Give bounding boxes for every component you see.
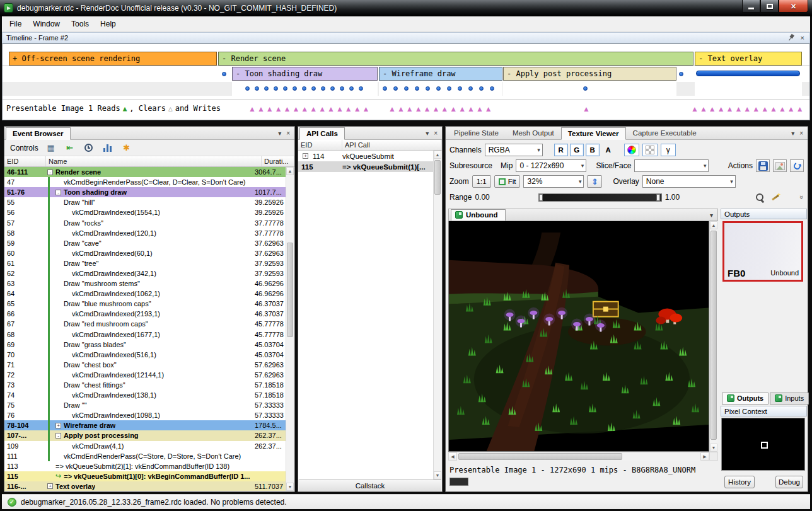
event-row-113[interactable]: 113=> vkQueueSubmit(2)[1]: vkEndCommandB… xyxy=(4,461,286,471)
event-row-63[interactable]: 63Draw "mushroom stems"46.96296 xyxy=(4,278,286,289)
tab-mesh-output[interactable]: Mesh Output xyxy=(506,127,561,139)
event-row-71[interactable]: 71Draw "chest box"57.62963 xyxy=(4,360,286,370)
fit-button[interactable]: Fit xyxy=(494,175,521,188)
minimize-button[interactable] xyxy=(742,0,760,13)
tree-expander-icon[interactable]: + xyxy=(303,153,308,159)
debug-button[interactable]: Debug xyxy=(775,476,803,488)
maximize-button[interactable] xyxy=(760,0,779,13)
tab-inputs[interactable]: Inputs xyxy=(770,393,809,405)
event-row-46-111[interactable]: 46-111-Render scene3064.7... xyxy=(4,167,286,177)
timeline-marker-wireframe[interactable]: - Wireframe draw xyxy=(379,67,502,81)
event-row-60[interactable]: 60vkCmdDrawIndexed(60,1)37.62963 xyxy=(4,248,286,258)
texture-hscrollbar[interactable]: ◀ ▶ xyxy=(448,452,709,461)
jump-to-eid-icon[interactable]: ⇤ xyxy=(64,142,76,154)
event-row-107-...[interactable]: 107-...-Apply post processing262.37... xyxy=(4,430,286,440)
scroll-left-icon[interactable]: ◀ xyxy=(448,452,457,461)
event-row-64[interactable]: 64vkCmdDrawIndexed(1062,1)46.96296 xyxy=(4,289,286,299)
timeline-close-icon[interactable]: × xyxy=(801,34,804,42)
tab-outputs[interactable]: Outputs xyxy=(722,393,768,405)
slice-face-combo[interactable]: ▾ xyxy=(634,159,709,172)
event-row-55[interactable]: 55Draw "hill"39.25926 xyxy=(4,197,286,207)
range-slider[interactable] xyxy=(538,193,662,202)
event-row-61[interactable]: 61Draw "tree"37.92593 xyxy=(4,258,286,268)
event-row-69[interactable]: 69Draw "grass blades"45.03704 xyxy=(4,340,286,350)
scroll-thumb[interactable] xyxy=(458,453,622,460)
event-row-65[interactable]: 65Draw "blue mushroom caps"46.37037 xyxy=(4,299,286,309)
channel-b-button[interactable]: B xyxy=(586,144,600,156)
scroll-thumb[interactable] xyxy=(710,231,717,440)
event-row-74[interactable]: 74vkCmdDrawIndexed(138,1)57.18518 xyxy=(4,390,286,400)
capture-durations-icon[interactable] xyxy=(83,142,95,154)
event-row-59[interactable]: 59Draw "cave"37.62963 xyxy=(4,238,286,248)
panel-close-icon[interactable]: × xyxy=(799,130,803,137)
tree-expander-icon[interactable]: - xyxy=(55,433,61,439)
zoom-combo[interactable]: 32%▾ xyxy=(523,175,584,188)
timeline-marker-text-overlay[interactable]: - Text overlay xyxy=(695,52,802,66)
menu-window[interactable]: Window xyxy=(27,16,66,32)
range-black-handle[interactable] xyxy=(539,194,543,201)
event-row-78-104[interactable]: 78-104+Wireframe draw1784.5... xyxy=(4,420,286,430)
event-row-75[interactable]: 75Draw ""57.33333 xyxy=(4,400,286,410)
tab-event-browser[interactable]: Event Browser xyxy=(6,127,71,140)
event-row-115[interactable]: 115↪=> vkQueueSubmit(1)[0]: vkBeginComma… xyxy=(4,471,286,481)
event-row-70[interactable]: 70vkCmdDrawIndexed(516,1)45.03704 xyxy=(4,350,286,360)
scroll-thumb[interactable] xyxy=(434,160,441,195)
channel-a-button[interactable]: A xyxy=(601,144,615,156)
history-button[interactable]: History xyxy=(724,476,755,488)
texture-vscrollbar[interactable]: ▲ ▼ xyxy=(709,221,717,452)
tab-capture-executable[interactable]: Capture Executable xyxy=(626,127,704,139)
scroll-down-icon[interactable]: ▼ xyxy=(434,471,441,479)
tab-texture-viewer[interactable]: Texture Viewer xyxy=(561,127,626,140)
scroll-down-icon[interactable]: ▼ xyxy=(710,444,717,452)
event-row-56[interactable]: 56vkCmdDrawIndexed(1554,1)39.25926 xyxy=(4,207,286,217)
overlay-combo[interactable]: None▾ xyxy=(642,175,736,188)
panel-menu-icon[interactable]: ▾ xyxy=(426,130,429,137)
event-row-109[interactable]: 109vkCmdDraw(4,1)262.37... xyxy=(4,441,286,451)
panel-menu-icon[interactable]: ▾ xyxy=(278,130,281,137)
event-row-51-76[interactable]: 51-76-Toon shading draw1017.7... xyxy=(4,187,286,197)
zoom-1to1-button[interactable]: 1:1 xyxy=(472,175,491,188)
tree-expander-icon[interactable]: - xyxy=(47,169,53,175)
timeline-panel-header[interactable]: Timeline - Frame #2 × xyxy=(2,32,810,43)
event-row-72[interactable]: 72vkCmdDrawIndexed(12144,1)57.62963 xyxy=(4,370,286,380)
scroll-up-icon[interactable]: ▲ xyxy=(710,221,717,229)
timeline-marker-render-scene[interactable]: - Render scene xyxy=(218,52,693,66)
flip-vertical-button[interactable]: ⇕ xyxy=(587,175,602,188)
bookmark-icon[interactable]: ✱ xyxy=(120,142,133,154)
range-white-handle[interactable] xyxy=(656,194,660,201)
tree-expander-icon[interactable]: + xyxy=(47,483,53,489)
event-row-58[interactable]: 58vkCmdDrawIndexed(120,1)37.77778 xyxy=(4,228,286,238)
zoom-range-button[interactable] xyxy=(754,191,767,204)
scroll-down-icon[interactable]: ▼ xyxy=(286,483,294,491)
event-row-111[interactable]: 111vkCmdEndRenderPass(C=Store, D=Store, … xyxy=(4,451,286,461)
autofit-range-button[interactable] xyxy=(770,191,782,204)
channel-r-button[interactable]: R xyxy=(554,144,568,156)
menu-file[interactable]: File xyxy=(4,16,27,32)
gamma-button[interactable]: γ xyxy=(661,144,676,156)
event-row-68[interactable]: 68vkCmdDrawIndexed(1677,1)45.77778 xyxy=(4,330,286,340)
callstack-bar[interactable]: Callstack xyxy=(299,479,441,491)
open-image-button[interactable] xyxy=(773,159,787,172)
scroll-thumb[interactable] xyxy=(287,243,293,337)
event-row-66[interactable]: 66vkCmdDrawIndexed(2193,1)46.37037 xyxy=(4,309,286,319)
event-row-62[interactable]: 62vkCmdDrawIndexed(342,1)37.92593 xyxy=(4,268,286,278)
channels-combo[interactable]: RGBA▾ xyxy=(485,144,543,156)
channel-g-button[interactable]: G xyxy=(570,144,584,156)
close-button[interactable]: × xyxy=(779,0,808,13)
api-row-115[interactable]: 115=> vkQueueSubmit(1)[... xyxy=(298,161,433,172)
toolbar-overflow-icon[interactable]: » xyxy=(798,195,806,199)
scroll-up-icon[interactable]: ▲ xyxy=(286,167,294,175)
mip-combo[interactable]: 0 - 1272x690▾ xyxy=(516,159,586,172)
texture-tab-unbound[interactable]: Unbound xyxy=(451,209,506,221)
event-browser-scrollbar[interactable]: ▲ ▼ xyxy=(286,167,294,491)
scroll-right-icon[interactable]: ▶ xyxy=(700,452,709,461)
event-row-67[interactable]: 67Draw "red mushroom caps"45.77778 xyxy=(4,319,286,329)
panel-menu-icon[interactable]: ▾ xyxy=(791,130,794,137)
fb0-thumbnail[interactable]: FB0 Unbound xyxy=(722,221,803,282)
event-row-116-...[interactable]: 116-...+Text overlay511.7037 xyxy=(4,481,286,491)
statistics-icon[interactable] xyxy=(102,142,114,154)
event-row-57[interactable]: 57Draw "rocks"37.77778 xyxy=(4,217,286,227)
menu-tools[interactable]: Tools xyxy=(66,16,95,32)
scroll-up-icon[interactable]: ▲ xyxy=(434,151,441,159)
event-row-76[interactable]: 76vkCmdDrawIndexed(1098,1)57.33333 xyxy=(4,410,286,420)
